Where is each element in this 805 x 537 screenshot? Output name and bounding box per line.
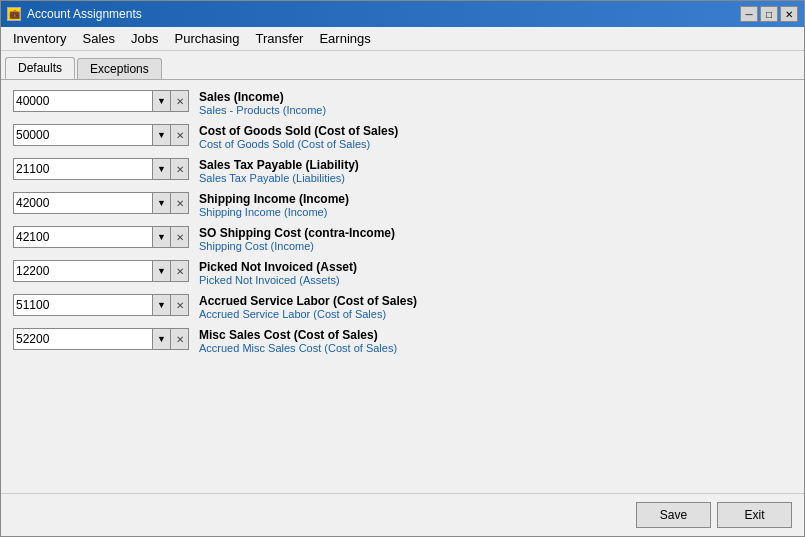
account-input-wrap: ▼ ✕ [13,260,189,282]
account-input-4[interactable] [13,226,153,248]
account-main-label-2: Sales Tax Payable (Liability) [199,158,359,172]
dropdown-btn-0[interactable]: ▼ [153,90,171,112]
account-labels-2: Sales Tax Payable (Liability) Sales Tax … [199,158,359,184]
menu-item-transfer[interactable]: Transfer [248,29,312,48]
minimize-button[interactable]: ─ [740,6,758,22]
account-row: ▼ ✕ Sales (Income) Sales - Products (Inc… [13,90,792,116]
clear-btn-2[interactable]: ✕ [171,158,189,180]
clear-btn-7[interactable]: ✕ [171,328,189,350]
content-area: ▼ ✕ Sales (Income) Sales - Products (Inc… [1,79,804,493]
title-bar: 💼 Account Assignments ─ □ ✕ [1,1,804,27]
menu-item-purchasing[interactable]: Purchasing [166,29,247,48]
clear-btn-1[interactable]: ✕ [171,124,189,146]
clear-btn-6[interactable]: ✕ [171,294,189,316]
account-main-label-0: Sales (Income) [199,90,326,104]
clear-btn-3[interactable]: ✕ [171,192,189,214]
account-labels-5: Picked Not Invoiced (Asset) Picked Not I… [199,260,357,286]
account-input-wrap: ▼ ✕ [13,158,189,180]
account-main-label-3: Shipping Income (Income) [199,192,349,206]
account-sub-label-3[interactable]: Shipping Income (Income) [199,206,349,218]
dropdown-btn-7[interactable]: ▼ [153,328,171,350]
clear-btn-4[interactable]: ✕ [171,226,189,248]
maximize-button[interactable]: □ [760,6,778,22]
account-sub-label-7[interactable]: Accrued Misc Sales Cost (Cost of Sales) [199,342,397,354]
tab-bar: Defaults Exceptions [1,51,804,79]
menu-item-earnings[interactable]: Earnings [311,29,378,48]
account-input-3[interactable] [13,192,153,214]
account-row: ▼ ✕ Sales Tax Payable (Liability) Sales … [13,158,792,184]
dropdown-btn-5[interactable]: ▼ [153,260,171,282]
account-sub-label-0[interactable]: Sales - Products (Income) [199,104,326,116]
window-icon: 💼 [7,7,21,21]
account-labels-7: Misc Sales Cost (Cost of Sales) Accrued … [199,328,397,354]
account-sub-label-5[interactable]: Picked Not Invoiced (Assets) [199,274,357,286]
account-sub-label-6[interactable]: Accrued Service Labor (Cost of Sales) [199,308,417,320]
account-main-label-4: SO Shipping Cost (contra-Income) [199,226,395,240]
dropdown-btn-4[interactable]: ▼ [153,226,171,248]
tab-defaults[interactable]: Defaults [5,57,75,79]
account-input-1[interactable] [13,124,153,146]
account-main-label-5: Picked Not Invoiced (Asset) [199,260,357,274]
dropdown-btn-6[interactable]: ▼ [153,294,171,316]
account-input-wrap: ▼ ✕ [13,328,189,350]
account-sub-label-1[interactable]: Cost of Goods Sold (Cost of Sales) [199,138,398,150]
account-sub-label-2[interactable]: Sales Tax Payable (Liabilities) [199,172,359,184]
account-input-2[interactable] [13,158,153,180]
title-bar-left: 💼 Account Assignments [7,7,142,21]
account-row: ▼ ✕ Accrued Service Labor (Cost of Sales… [13,294,792,320]
account-sub-label-4[interactable]: Shipping Cost (Income) [199,240,395,252]
account-input-wrap: ▼ ✕ [13,226,189,248]
tab-exceptions[interactable]: Exceptions [77,58,162,79]
menu-item-inventory[interactable]: Inventory [5,29,74,48]
save-label: Save [660,508,687,522]
account-labels-0: Sales (Income) Sales - Products (Income) [199,90,326,116]
account-labels-1: Cost of Goods Sold (Cost of Sales) Cost … [199,124,398,150]
menu-bar: Inventory Sales Jobs Purchasing Transfer… [1,27,804,51]
account-row: ▼ ✕ Cost of Goods Sold (Cost of Sales) C… [13,124,792,150]
account-input-wrap: ▼ ✕ [13,90,189,112]
exit-label: Exit [744,508,764,522]
footer: Save Exit [1,493,804,536]
account-main-label-1: Cost of Goods Sold (Cost of Sales) [199,124,398,138]
account-row: ▼ ✕ Shipping Income (Income) Shipping In… [13,192,792,218]
exit-button[interactable]: Exit [717,502,792,528]
close-button[interactable]: ✕ [780,6,798,22]
account-labels-6: Accrued Service Labor (Cost of Sales) Ac… [199,294,417,320]
account-row: ▼ ✕ SO Shipping Cost (contra-Income) Shi… [13,226,792,252]
account-input-wrap: ▼ ✕ [13,294,189,316]
account-input-wrap: ▼ ✕ [13,124,189,146]
dropdown-btn-2[interactable]: ▼ [153,158,171,180]
account-row: ▼ ✕ Picked Not Invoiced (Asset) Picked N… [13,260,792,286]
account-labels-3: Shipping Income (Income) Shipping Income… [199,192,349,218]
account-input-7[interactable] [13,328,153,350]
account-main-label-6: Accrued Service Labor (Cost of Sales) [199,294,417,308]
account-input-wrap: ▼ ✕ [13,192,189,214]
clear-btn-5[interactable]: ✕ [171,260,189,282]
save-button[interactable]: Save [636,502,711,528]
account-input-0[interactable] [13,90,153,112]
account-input-6[interactable] [13,294,153,316]
title-bar-controls: ─ □ ✕ [740,6,798,22]
dropdown-btn-1[interactable]: ▼ [153,124,171,146]
menu-item-jobs[interactable]: Jobs [123,29,166,48]
menu-item-sales[interactable]: Sales [74,29,123,48]
account-labels-4: SO Shipping Cost (contra-Income) Shippin… [199,226,395,252]
clear-btn-0[interactable]: ✕ [171,90,189,112]
account-input-5[interactable] [13,260,153,282]
account-main-label-7: Misc Sales Cost (Cost of Sales) [199,328,397,342]
account-row: ▼ ✕ Misc Sales Cost (Cost of Sales) Accr… [13,328,792,354]
dropdown-btn-3[interactable]: ▼ [153,192,171,214]
main-window: 💼 Account Assignments ─ □ ✕ Inventory Sa… [0,0,805,537]
window-title: Account Assignments [27,7,142,21]
